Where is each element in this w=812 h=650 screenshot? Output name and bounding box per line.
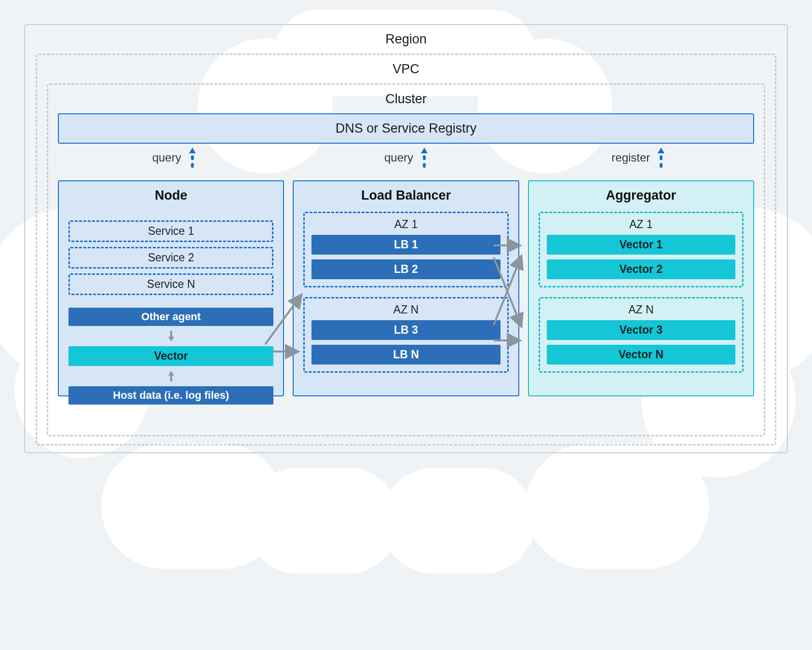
dns-arrows-row: query query	[58, 148, 754, 177]
arrow-label-query-left: query	[152, 151, 181, 164]
lb-3: LB 3	[311, 320, 500, 340]
lb-n: LB N	[311, 345, 500, 365]
aggregator-title: Aggregator	[539, 188, 744, 203]
columns-row: Node Service 1 Service 2 Service N Other…	[58, 180, 754, 396]
node-column: Node Service 1 Service 2 Service N Other…	[58, 180, 284, 396]
arrow-register: register	[522, 148, 754, 177]
lb-1: LB 1	[311, 235, 500, 255]
arrow-host-to-vector	[68, 371, 273, 381]
service-n: Service N	[68, 273, 273, 295]
lb-az-1: AZ 1 LB 1 LB 2	[303, 212, 508, 287]
lb-az-1-title: AZ 1	[311, 218, 500, 231]
agg-az-n-title: AZ N	[547, 303, 735, 316]
arrow-up-icon	[658, 148, 664, 153]
vpc-container: VPC Cluster DNS or Service Registry quer…	[36, 54, 776, 446]
other-agent-block: Other agent	[68, 308, 273, 326]
vector-n: Vector N	[547, 345, 735, 365]
agg-az-1: AZ 1 Vector 1 Vector 2	[539, 212, 744, 287]
vector-3: Vector 3	[547, 320, 735, 340]
dns-service-registry: DNS or Service Registry	[58, 113, 754, 144]
agg-az-1-title: AZ 1	[547, 218, 735, 231]
host-data-block: Host data (i.e. log files)	[68, 386, 273, 405]
cluster-container: Cluster DNS or Service Registry query	[47, 83, 765, 436]
arrow-label-register: register	[611, 151, 650, 164]
vector-block: Vector	[68, 346, 273, 366]
region-title: Region	[36, 32, 776, 47]
lb-title: Load Balancer	[303, 188, 508, 203]
vector-2: Vector 2	[547, 259, 735, 279]
lb-az-n: AZ N LB 3 LB N	[303, 297, 508, 373]
lb-2: LB 2	[311, 259, 500, 279]
arrow-up-icon	[189, 148, 196, 153]
svg-marker-1	[168, 337, 174, 341]
arrow-label-query-mid: query	[384, 151, 413, 164]
arrow-query-left: query	[58, 148, 290, 177]
service-1: Service 1	[68, 220, 273, 242]
cluster-title: Cluster	[58, 92, 754, 107]
lb-column: Load Balancer AZ 1 LB 1 LB 2 AZ N LB 3	[293, 180, 519, 396]
service-2: Service 2	[68, 247, 273, 269]
arrow-query-mid: query	[290, 148, 522, 177]
aggregator-column: Aggregator AZ 1 Vector 1 Vector 2 AZ N V	[528, 180, 754, 396]
lb-az-n-title: AZ N	[311, 303, 500, 316]
vpc-title: VPC	[47, 62, 765, 77]
vector-1: Vector 1	[547, 235, 735, 255]
arrow-up-icon	[421, 148, 428, 153]
agg-az-n: AZ N Vector 3 Vector N	[539, 297, 744, 373]
arrow-other-to-vector	[68, 331, 273, 341]
node-title: Node	[68, 188, 273, 203]
region-container: Region VPC Cluster DNS or Service Regist…	[24, 24, 788, 453]
